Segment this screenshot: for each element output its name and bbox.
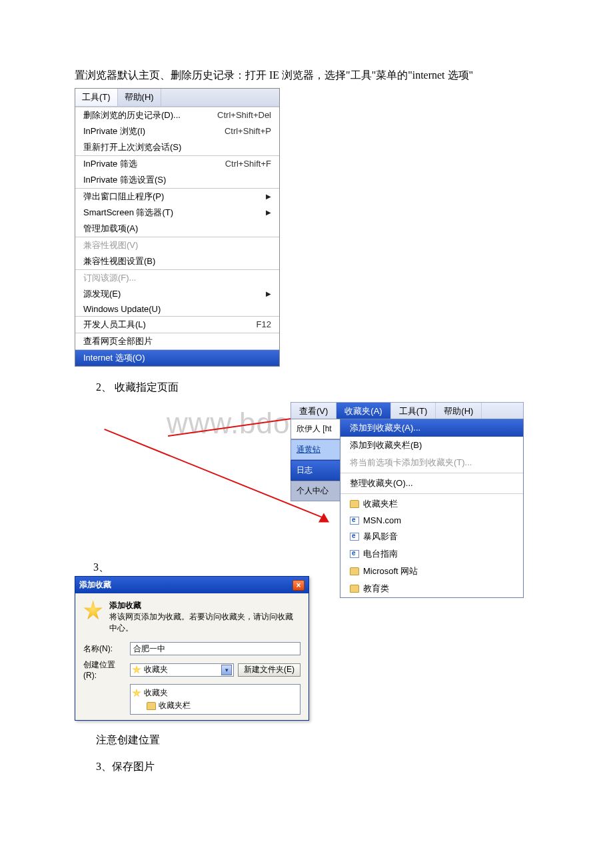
ie-menubar: 查看(V) 收藏夹(A) 工具(T) 帮助(H): [291, 402, 524, 421]
fav-list-item[interactable]: 电台指南: [340, 545, 523, 563]
favorites-screenshot: 查看(V) 收藏夹(A) 工具(T) 帮助(H) 欣伊人 [ht 通黄钻 日志 …: [75, 402, 613, 575]
tools-tab[interactable]: 工具(T): [75, 89, 118, 106]
menu-item[interactable]: InPrivate 浏览(I)Ctrl+Shift+P: [75, 123, 279, 139]
page-icon: [350, 517, 359, 525]
name-label: 名称(N):: [83, 643, 126, 655]
location-tree[interactable]: 收藏夹 收藏夹栏: [130, 684, 301, 715]
new-folder-button[interactable]: 新建文件夹(E): [238, 663, 301, 677]
star-icon: [132, 665, 141, 675]
fav-list-item[interactable]: 暴风影音: [340, 528, 523, 545]
folder-icon: [350, 567, 359, 575]
menubar-tools[interactable]: 工具(T): [391, 403, 436, 420]
folder-icon: [350, 500, 359, 508]
menu-item[interactable]: 弹出窗口阻止程序(P)▶: [75, 189, 279, 205]
add-tabs-to-favorites-item: 将当前选项卡添加到收藏夹(T)...: [340, 454, 523, 471]
help-tab[interactable]: 帮助(H): [118, 89, 161, 106]
star-icon: [83, 600, 103, 621]
menu-item[interactable]: Windows Update(U): [75, 302, 279, 316]
menu-item[interactable]: 管理加载项(A): [75, 221, 279, 237]
location-label: 创建位置(R):: [83, 659, 126, 680]
internet-options-menu-item[interactable]: Internet 选项(O): [75, 350, 279, 366]
note-text: 注意创建位置: [75, 731, 573, 749]
menu-item[interactable]: 删除浏览的历史记录(D)...Ctrl+Shift+Del: [75, 107, 279, 123]
tools-menu: 工具(T) 帮助(H) 删除浏览的历史记录(D)...Ctrl+Shift+De…: [75, 88, 280, 367]
page-icon: [350, 550, 359, 558]
step-3-text: 3、保存图片: [75, 758, 573, 775]
folder-icon: [350, 585, 359, 593]
chevron-down-icon[interactable]: ▾: [221, 665, 232, 675]
submenu-arrow-icon: ▶: [266, 290, 271, 297]
dialog-title-text: 添加收藏: [79, 579, 111, 591]
menu-item[interactable]: 开发人员工具(L)F12: [75, 317, 279, 333]
menu-item[interactable]: 查看网页全部图片: [75, 333, 279, 349]
add-favorite-dialog: 添加收藏 × 添加收藏 将该网页添加为收藏。若要访问收藏夹，请访问收藏中心。 名…: [75, 576, 309, 721]
page-icon: [350, 533, 359, 541]
annotation-arrows: [75, 402, 295, 575]
fav-list-item[interactable]: 收藏夹栏: [340, 495, 523, 513]
menu-item[interactable]: 源发现(E)▶: [75, 286, 279, 302]
folder-icon: [147, 702, 156, 710]
submenu-arrow-icon: ▶: [266, 193, 271, 200]
fav-list-item[interactable]: MSN.com: [340, 513, 523, 528]
favorites-dropdown: 添加到收藏夹(A)... 添加到收藏夹栏(B) 将当前选项卡添加到收藏夹(T).…: [340, 419, 524, 598]
menubar-view[interactable]: 查看(V): [291, 403, 336, 420]
strip-tab-active[interactable]: 日志: [291, 460, 342, 481]
menu-header: 工具(T) 帮助(H): [75, 89, 279, 107]
menu-item[interactable]: 重新打开上次浏览会话(S): [75, 139, 279, 155]
strip-tab[interactable]: 个人中心: [291, 481, 342, 501]
close-icon[interactable]: ×: [293, 580, 305, 591]
menu-item-disabled: 兼容性视图(V): [75, 237, 279, 253]
submenu-arrow-icon: ▶: [266, 209, 271, 216]
menu-item[interactable]: SmartScreen 筛选器(T)▶: [75, 205, 279, 221]
menubar-favorites[interactable]: 收藏夹(A): [336, 403, 390, 420]
menu-item[interactable]: 兼容性视图设置(B): [75, 253, 279, 269]
add-to-favorites-item[interactable]: 添加到收藏夹(A)...: [340, 419, 523, 437]
favorite-name-input[interactable]: [130, 642, 301, 655]
page-left-strip: 欣伊人 [ht 通黄钻 日志 个人中心: [291, 419, 342, 501]
dialog-titlebar: 添加收藏 ×: [75, 577, 308, 593]
fav-list-item[interactable]: Microsoft 网站: [340, 563, 523, 580]
menu-item-disabled: 订阅该源(F)...: [75, 270, 279, 286]
location-value: 收藏夹: [144, 664, 168, 675]
dialog-header-text: 将该网页添加为收藏。若要访问收藏夹，请访问收藏中心。: [109, 611, 301, 634]
star-icon: [132, 689, 141, 698]
fav-list-item[interactable]: 教育类: [340, 580, 523, 597]
intro-text: 置浏览器默认主页、删除历史记录：打开 IE 浏览器，选择"工具"菜单的"inte…: [75, 67, 573, 84]
location-select[interactable]: 收藏夹 ▾: [130, 663, 234, 677]
strip-link[interactable]: 通黄钻: [291, 439, 342, 460]
add-to-favorites-bar-item[interactable]: 添加到收藏夹栏(B): [340, 437, 523, 454]
menubar-help[interactable]: 帮助(H): [436, 403, 482, 420]
step-2-text: 2、 收藏指定页面: [75, 379, 573, 396]
strip-item: 欣伊人 [ht: [291, 419, 342, 439]
organize-favorites-item[interactable]: 整理收藏夹(O)...: [340, 475, 523, 492]
menu-item[interactable]: InPrivate 筛选设置(S): [75, 172, 279, 188]
dialog-header-title: 添加收藏: [109, 600, 301, 611]
menu-item[interactable]: InPrivate 筛选Ctrl+Shift+F: [75, 156, 279, 172]
